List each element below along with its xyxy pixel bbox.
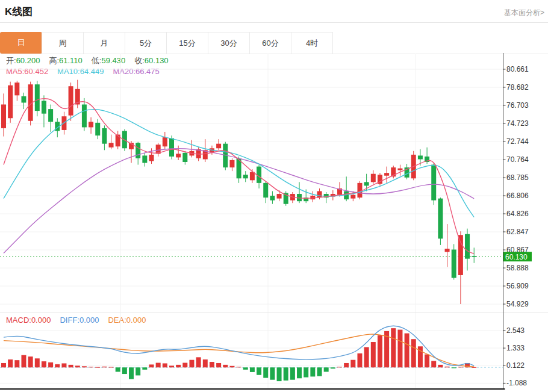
macd-bar bbox=[304, 367, 308, 377]
tab-月[interactable]: 月 bbox=[83, 32, 125, 54]
candle-body bbox=[229, 160, 234, 167]
macd-bar bbox=[189, 360, 194, 368]
candle-body bbox=[109, 143, 114, 148]
candle-body bbox=[135, 143, 140, 158]
macd-bar bbox=[397, 330, 402, 368]
macd-bar bbox=[391, 328, 396, 367]
candle-body bbox=[169, 138, 174, 157]
macd-bar bbox=[331, 367, 335, 369]
price-tick-label: 74.723 bbox=[506, 119, 529, 128]
macd-bar bbox=[431, 361, 436, 367]
macd-tick-label: 0.122 bbox=[506, 361, 525, 370]
macd-bar bbox=[223, 365, 228, 367]
tab-周[interactable]: 周 bbox=[42, 32, 84, 54]
candle-body bbox=[465, 234, 470, 259]
candle-body bbox=[69, 86, 73, 115]
macd-bar bbox=[1, 363, 6, 367]
candle-body bbox=[1, 105, 6, 128]
candle-body bbox=[364, 182, 369, 185]
candle-body bbox=[431, 165, 436, 201]
macd-bar bbox=[42, 361, 46, 367]
macd-bar bbox=[61, 363, 66, 367]
price-tick-label: 66.806 bbox=[506, 191, 529, 200]
macd-bar bbox=[277, 367, 282, 381]
macd-bar bbox=[142, 367, 147, 370]
candle-body bbox=[445, 249, 450, 252]
macd-bar bbox=[95, 367, 100, 367]
macd-bar bbox=[310, 367, 315, 376]
period-tabbar: 日周月5分15分30分60分4时 bbox=[0, 32, 548, 54]
price-tick-label: 54.929 bbox=[506, 300, 529, 308]
tab-4时[interactable]: 4时 bbox=[291, 32, 333, 54]
macd-tick-label: -1.088 bbox=[506, 379, 527, 387]
candle-body bbox=[263, 183, 268, 198]
tab-30分[interactable]: 30分 bbox=[208, 32, 250, 54]
candle-body bbox=[243, 175, 248, 178]
macd-bar bbox=[210, 362, 214, 367]
macd-bar bbox=[176, 365, 181, 367]
price-tick-label: 68.785 bbox=[506, 173, 529, 182]
macd-bar bbox=[182, 362, 187, 367]
macd-bar bbox=[203, 359, 208, 367]
candle-body bbox=[21, 96, 26, 103]
candle-body bbox=[270, 196, 275, 201]
macd-bar bbox=[35, 358, 40, 367]
candle-body bbox=[216, 144, 221, 149]
price-tick-label: 62.847 bbox=[506, 228, 529, 236]
candle-body bbox=[8, 86, 13, 119]
macd-bar bbox=[243, 367, 248, 370]
price-tick-label: 78.682 bbox=[506, 83, 529, 92]
candle-body bbox=[371, 174, 376, 182]
tab-日[interactable]: 日 bbox=[0, 32, 42, 54]
tab-5分[interactable]: 5分 bbox=[125, 32, 167, 54]
macd-bar bbox=[357, 353, 362, 367]
macd-bar bbox=[445, 367, 450, 367]
macd-bar bbox=[472, 367, 476, 368]
candle-body bbox=[163, 137, 167, 146]
dea-line bbox=[4, 334, 474, 367]
price-tick-label: 76.703 bbox=[506, 101, 529, 110]
candle-body bbox=[182, 153, 187, 162]
macd-bar bbox=[297, 367, 302, 378]
macd-bar bbox=[116, 367, 120, 372]
candle-body bbox=[14, 82, 19, 95]
candle-body bbox=[95, 123, 100, 135]
macd-tick-label: 1.333 bbox=[506, 344, 525, 352]
candle-body bbox=[89, 122, 93, 127]
candle-body bbox=[384, 173, 389, 176]
candle-body bbox=[116, 135, 120, 147]
macd-bar bbox=[284, 367, 288, 381]
macd-bar bbox=[109, 367, 114, 367]
candle-body bbox=[149, 155, 154, 161]
candle-body bbox=[317, 191, 322, 198]
kline-chart-canvas[interactable]: 80.66178.68276.70374.72372.74470.76468.7… bbox=[0, 53, 548, 392]
tab-60分[interactable]: 60分 bbox=[249, 32, 291, 54]
macd-bar bbox=[229, 366, 234, 367]
macd-bar bbox=[82, 366, 87, 367]
candle-body bbox=[42, 101, 46, 113]
macd-bar bbox=[129, 367, 134, 379]
fundamental-analysis-link[interactable]: 基本面分析> bbox=[504, 8, 544, 18]
candle-body bbox=[142, 155, 147, 163]
price-tick-label: 64.826 bbox=[506, 210, 529, 218]
macd-bar bbox=[371, 342, 376, 367]
macd-bar bbox=[337, 367, 342, 367]
macd-bar bbox=[48, 362, 53, 367]
macd-bar bbox=[364, 347, 369, 367]
candle-body bbox=[277, 194, 282, 199]
candle-body bbox=[458, 235, 463, 275]
macd-bar bbox=[263, 367, 268, 378]
candle-body bbox=[257, 167, 261, 183]
macd-bar bbox=[102, 367, 107, 367]
candle-body bbox=[452, 249, 456, 278]
macd-bar bbox=[122, 367, 127, 374]
macd-bar bbox=[28, 356, 33, 367]
price-tick-label: 72.744 bbox=[506, 137, 529, 146]
macd-bar bbox=[250, 367, 255, 372]
candle-body bbox=[35, 84, 40, 111]
candle-body bbox=[472, 256, 476, 257]
candle-body bbox=[48, 109, 53, 122]
macd-bar bbox=[14, 360, 19, 367]
tab-15分[interactable]: 15分 bbox=[166, 32, 208, 54]
macd-bar bbox=[75, 366, 80, 367]
